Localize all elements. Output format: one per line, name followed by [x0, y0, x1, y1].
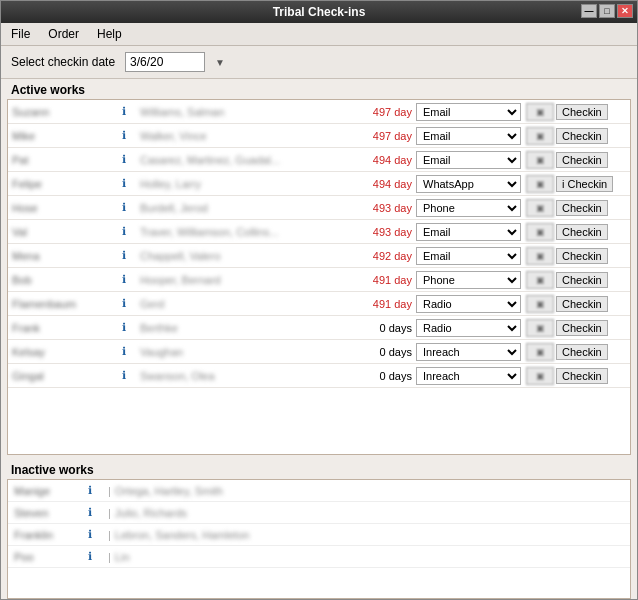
info-icon[interactable]: ℹ	[122, 297, 140, 310]
row-method-container: EmailPhoneWhatsAppRadioInreachOther	[416, 247, 526, 265]
checkin-icon: ▣	[526, 367, 554, 385]
close-button[interactable]: ✕	[617, 4, 633, 18]
checkin-button[interactable]: Checkin	[556, 152, 608, 168]
checkin-button[interactable]: Checkin	[556, 200, 608, 216]
method-select[interactable]: EmailPhoneWhatsAppRadioInreachOther	[416, 271, 521, 289]
checkin-icon: ▣	[526, 223, 554, 241]
info-icon[interactable]: ℹ	[122, 105, 140, 118]
method-select[interactable]: EmailPhoneWhatsAppRadioInreachOther	[416, 175, 521, 193]
maximize-button[interactable]: □	[599, 4, 615, 18]
checkin-button[interactable]: Checkin	[556, 104, 608, 120]
inactive-section: Inactive works Manigeℹ|Ortega, Hartley, …	[1, 459, 637, 599]
table-row: FrankℹBerthke0 daysEmailPhoneWhatsAppRad…	[8, 316, 630, 340]
menu-order[interactable]: Order	[44, 25, 83, 43]
info-icon[interactable]: ℹ	[122, 153, 140, 166]
row-fullname: Walker, Vince	[140, 130, 361, 142]
date-dropdown-arrow[interactable]: ▼	[215, 57, 225, 68]
method-select[interactable]: EmailPhoneWhatsAppRadioInreachOther	[416, 127, 521, 145]
inactive-section-label: Inactive works	[1, 459, 637, 479]
info-icon[interactable]: ℹ	[88, 550, 104, 563]
info-icon[interactable]: ℹ	[88, 506, 104, 519]
method-select[interactable]: EmailPhoneWhatsAppRadioInreachOther	[416, 247, 521, 265]
info-icon[interactable]: ℹ	[122, 345, 140, 358]
checkin-button[interactable]: Checkin	[556, 320, 608, 336]
checkin-icon: ▣	[526, 199, 554, 217]
row-method-container: EmailPhoneWhatsAppRadioInreachOther	[416, 343, 526, 361]
table-row: ValℹTraver, Williamson, Collins...493 da…	[8, 220, 630, 244]
row-name: Gingal	[12, 370, 122, 382]
method-select[interactable]: EmailPhoneWhatsAppRadioInreachOther	[416, 343, 521, 361]
table-row: BobℹHooper, Bernard491 dayEmailPhoneWhat…	[8, 268, 630, 292]
method-select[interactable]: EmailPhoneWhatsAppRadioInreachOther	[416, 319, 521, 337]
row-name: Bob	[12, 274, 122, 286]
inactive-row-fullname: Ortega, Hartley, Smith	[115, 485, 624, 497]
row-fullname: Traver, Williamson, Collins...	[140, 226, 361, 238]
checkin-icon: ▣	[526, 247, 554, 265]
checkin-button[interactable]: Checkin	[556, 296, 608, 312]
toolbar: Select checkin date ▼	[1, 46, 637, 79]
row-method-container: EmailPhoneWhatsAppRadioInreachOther	[416, 295, 526, 313]
separator: |	[108, 551, 111, 563]
info-icon[interactable]: ℹ	[122, 249, 140, 262]
row-name: Mena	[12, 250, 122, 262]
info-icon[interactable]: ℹ	[122, 225, 140, 238]
row-fullname: Casarez, Martinez, Guadal...	[140, 154, 361, 166]
table-row: SuzannℹWilliams, Salman497 dayEmailPhone…	[8, 100, 630, 124]
row-name: Mike	[12, 130, 122, 142]
menu-file[interactable]: File	[7, 25, 34, 43]
info-icon[interactable]: ℹ	[122, 273, 140, 286]
checkin-icon: ▣	[526, 127, 554, 145]
content-area: Active works SuzannℹWilliams, Salman497 …	[1, 79, 637, 599]
row-method-container: EmailPhoneWhatsAppRadioInreachOther	[416, 319, 526, 337]
inactive-row: Stevenℹ|Julio, Richards	[8, 502, 630, 524]
checkin-icon: ▣	[526, 343, 554, 361]
inactive-works-list: Manigeℹ|Ortega, Hartley, SmithStevenℹ|Ju…	[7, 479, 631, 599]
checkin-icon: ▣	[526, 319, 554, 337]
inactive-row-fullname: Julio, Richards	[115, 507, 624, 519]
info-icon[interactable]: ℹ	[122, 201, 140, 214]
checkin-button[interactable]: Checkin	[556, 272, 608, 288]
row-method-container: EmailPhoneWhatsAppRadioInreachOther	[416, 367, 526, 385]
info-icon[interactable]: ℹ	[88, 484, 104, 497]
checkin-icon: ▣	[526, 103, 554, 121]
row-days: 0 days	[361, 346, 416, 358]
info-icon[interactable]: ℹ	[122, 177, 140, 190]
row-checkin-container: ▣Checkin	[526, 103, 626, 121]
row-name: Felipe	[12, 178, 122, 190]
row-fullname: Chappell, Valero	[140, 250, 361, 262]
row-days: 491 day	[361, 298, 416, 310]
checkin-icon: ▣	[526, 175, 554, 193]
checkin-button[interactable]: Checkin	[556, 128, 608, 144]
checkin-date-input[interactable]	[125, 52, 205, 72]
info-icon[interactable]: ℹ	[122, 369, 140, 382]
info-icon[interactable]: ℹ	[122, 321, 140, 334]
checkin-button[interactable]: Checkin	[556, 248, 608, 264]
method-select[interactable]: EmailPhoneWhatsAppRadioInreachOther	[416, 103, 521, 121]
row-name: Frank	[12, 322, 122, 334]
inactive-row: Pooℹ|Lin	[8, 546, 630, 568]
row-days: 493 day	[361, 202, 416, 214]
method-select[interactable]: EmailPhoneWhatsAppRadioInreachOther	[416, 199, 521, 217]
checkin-button[interactable]: Checkin	[556, 344, 608, 360]
active-works-list[interactable]: SuzannℹWilliams, Salman497 dayEmailPhone…	[7, 99, 631, 455]
row-fullname: Swanson, Olea	[140, 370, 361, 382]
inactive-row-name: Steven	[14, 507, 84, 519]
checkin-button[interactable]: Checkin	[556, 224, 608, 240]
row-method-container: EmailPhoneWhatsAppRadioInreachOther	[416, 151, 526, 169]
separator: |	[108, 485, 111, 497]
row-fullname: Vaughan	[140, 346, 361, 358]
minimize-button[interactable]: —	[581, 4, 597, 18]
separator: |	[108, 507, 111, 519]
checkin-button[interactable]: Checkin	[556, 368, 608, 384]
method-select[interactable]: EmailPhoneWhatsAppRadioInreachOther	[416, 223, 521, 241]
info-icon[interactable]: ℹ	[88, 528, 104, 541]
method-select[interactable]: EmailPhoneWhatsAppRadioInreachOther	[416, 295, 521, 313]
row-days: 497 day	[361, 130, 416, 142]
menu-help[interactable]: Help	[93, 25, 126, 43]
info-icon[interactable]: ℹ	[122, 129, 140, 142]
method-select[interactable]: EmailPhoneWhatsAppRadioInreachOther	[416, 151, 521, 169]
method-select[interactable]: EmailPhoneWhatsAppRadioInreachOther	[416, 367, 521, 385]
row-days: 497 day	[361, 106, 416, 118]
checkin-button[interactable]: i Checkin	[556, 176, 613, 192]
row-method-container: EmailPhoneWhatsAppRadioInreachOther	[416, 271, 526, 289]
